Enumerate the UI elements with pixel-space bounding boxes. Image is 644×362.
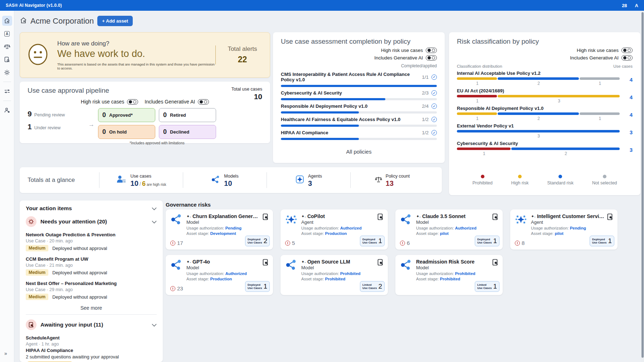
risk-bar-row: EU AI Act (2024/1689) 1 3 4	[457, 88, 633, 103]
policy-badge-icon: ✓	[431, 130, 437, 135]
policy-progress-row: Responsible AI Deployment Policy v1.02/4…	[281, 103, 437, 114]
alert-icon: !	[170, 286, 175, 291]
declined-box: 0Declined	[159, 125, 216, 139]
use-cases-badge: DeployedUse Cases1	[590, 236, 614, 246]
use-cases-badge: DeployedUse Cases1	[360, 236, 385, 246]
asset-card[interactable]: ✦˖Claude 3.5 Sonnet Model Usage authoriz…	[395, 209, 503, 250]
inspect-icon[interactable]	[377, 213, 384, 236]
high-risk-toggle[interactable]	[621, 48, 633, 53]
policy-badge-icon: ✓	[431, 103, 437, 109]
top-app-bar: SAS® AI Navigator (v1.0.0) 28 A	[0, 0, 644, 11]
agents-total: Agents3	[267, 172, 350, 188]
asset-card[interactable]: ✦˖Open Source LLM Model Usage authorizat…	[280, 255, 388, 295]
action-items-panel: Your action items Needs your attention (…	[20, 201, 163, 362]
gen-ai-toggle[interactable]	[426, 55, 437, 61]
asset-card[interactable]: ✦˖GPT-4o Model Usage authorization: Auth…	[166, 255, 273, 295]
use-cases-badge: DeployedUse Cases1	[245, 281, 270, 292]
model-network-icon	[400, 213, 413, 236]
risk-bar-row: Responsible AI Deployment Policy v1.0 1 …	[457, 106, 633, 121]
asset-card[interactable]: ✦˖CoPilot Agent Usage authorization: Aut…	[280, 209, 388, 250]
severity-badge: Medium	[26, 269, 48, 276]
chevron-down-icon[interactable]	[152, 218, 157, 225]
users-icon[interactable]	[2, 105, 12, 115]
chevron-down-icon[interactable]	[152, 322, 157, 328]
under-review-count: 1	[28, 122, 32, 131]
governance-scales-icon[interactable]	[2, 42, 12, 52]
risk-legend: Prohibited High risk Standard risk Not s…	[457, 175, 633, 185]
policy-count-total: Policy count13	[350, 172, 434, 188]
high-risk-toggle-label: High risk use cases	[381, 48, 423, 53]
alert-icon: !	[170, 241, 175, 246]
risk-bar-row: External Vendor Policy v1 3 3	[457, 123, 633, 139]
action-item[interactable]: ScheduleAgent Agent · 1 hr. ago HIPAA AI…	[26, 335, 157, 362]
use-cases-badge: DeployedUse Cases2	[245, 236, 270, 246]
gen-ai-toggle-label: Includes Generative AI	[145, 99, 195, 105]
sidebar: A »	[0, 11, 14, 362]
inspect-icon[interactable]	[492, 259, 498, 281]
agents-icon	[295, 175, 304, 185]
asset-card[interactable]: ✦˖Intelligent Customer Service … Agent U…	[510, 209, 618, 250]
risk-bar-row: Cybersecurity & AI Security 1 2 3	[457, 141, 633, 156]
agent-icon	[514, 213, 527, 236]
asset-card[interactable]: Readmission Risk Score Model Usage autho…	[395, 255, 503, 295]
settings-gear-icon[interactable]	[2, 67, 12, 77]
neutral-face-icon	[28, 43, 48, 67]
gen-ai-toggle[interactable]	[198, 99, 209, 105]
pending-review-count: 9	[28, 110, 32, 118]
model-network-icon	[400, 259, 413, 281]
notification-count[interactable]: 28	[622, 3, 627, 8]
inspect-icon[interactable]	[263, 259, 269, 281]
scrollbar-thumb[interactable]	[641, 12, 644, 358]
sidebar-expand-icon[interactable]: »	[4, 351, 7, 356]
action-item[interactable]: CCM Benefit Program at UW Use Case · 21 …	[26, 256, 157, 276]
inspect-icon[interactable]	[263, 213, 269, 236]
pipeline-footnote: *Includes approved with limitations	[98, 141, 216, 145]
model-network-icon	[170, 259, 183, 281]
inspect-icon[interactable]	[607, 213, 613, 236]
avatar[interactable]: A	[635, 3, 638, 8]
needs-attention-header: Needs your attention (20)	[40, 218, 107, 225]
retired-box: 0Retired	[159, 108, 216, 122]
gen-ai-sparkle-icon: ✦˖	[531, 214, 536, 219]
approval-pipeline-panel: Use case approval pipeline Total use cas…	[20, 82, 270, 143]
use-cases-badge: DeployedUse Cases1	[475, 236, 499, 246]
controls-sliders-icon[interactable]	[2, 86, 12, 96]
see-more-link[interactable]: See more	[26, 305, 157, 311]
asset-card[interactable]: ✦˖Churn Explanation Generator Model Usag…	[166, 209, 273, 250]
use-cases-badge: LinkedUse Cases1	[475, 281, 499, 292]
policy-progress-row: Cybersecurity & AI Security2/3✓	[281, 90, 437, 100]
agent-icon	[285, 213, 298, 236]
governance-risks-title: Governance risks	[166, 202, 211, 208]
totals-strip: Totals at a glance Use cases 10/6are hig…	[20, 167, 442, 193]
home-icon[interactable]	[2, 16, 12, 26]
assets-icon[interactable]: A	[2, 29, 12, 39]
all-policies-link[interactable]: All policies	[281, 149, 437, 155]
wellness-panel: How are we doing? We have work to do. Th…	[20, 32, 270, 78]
risk-classification-panel: Risk classification by policy High risk …	[449, 32, 640, 195]
action-items-title: Your action items	[26, 205, 72, 212]
models-total: Models10	[183, 172, 267, 188]
gen-ai-toggle[interactable]	[621, 55, 633, 61]
risk-bar-row: Internal AI Acceptable Use Policy v1.2 1…	[457, 71, 633, 86]
chevron-down-icon[interactable]	[152, 205, 157, 212]
risk-title: Risk classification by policy	[457, 38, 633, 45]
policy-document-icon[interactable]	[2, 54, 12, 64]
inspect-icon[interactable]	[492, 213, 498, 236]
high-risk-toggle[interactable]	[127, 99, 138, 105]
policy-scales-icon	[375, 176, 382, 184]
action-item[interactable]: Next Best Offer – Personalized Marketing…	[26, 281, 157, 300]
use-cases-total: Use cases 10/6are high risk	[99, 172, 183, 188]
gen-ai-sparkle-icon: ✦˖	[416, 214, 421, 219]
policy-badge-icon: ✓	[431, 74, 437, 80]
add-asset-button[interactable]: + Add asset	[97, 16, 133, 26]
completed-applied-label: Completed/applied	[281, 63, 437, 68]
wellness-question: How are we doing?	[57, 40, 215, 47]
org-home-icon	[20, 17, 27, 25]
inspect-icon[interactable]	[377, 259, 384, 281]
app-title: SAS® AI Navigator (v1.0.0)	[6, 3, 62, 8]
action-item[interactable]: Network Outage Prediction & Prevention U…	[26, 232, 157, 251]
high-risk-toggle[interactable]	[426, 48, 437, 53]
on-hold-box: 0On hold	[98, 125, 155, 139]
prohibited-dot	[481, 175, 484, 178]
policy-badge-icon: ✓	[431, 117, 437, 122]
